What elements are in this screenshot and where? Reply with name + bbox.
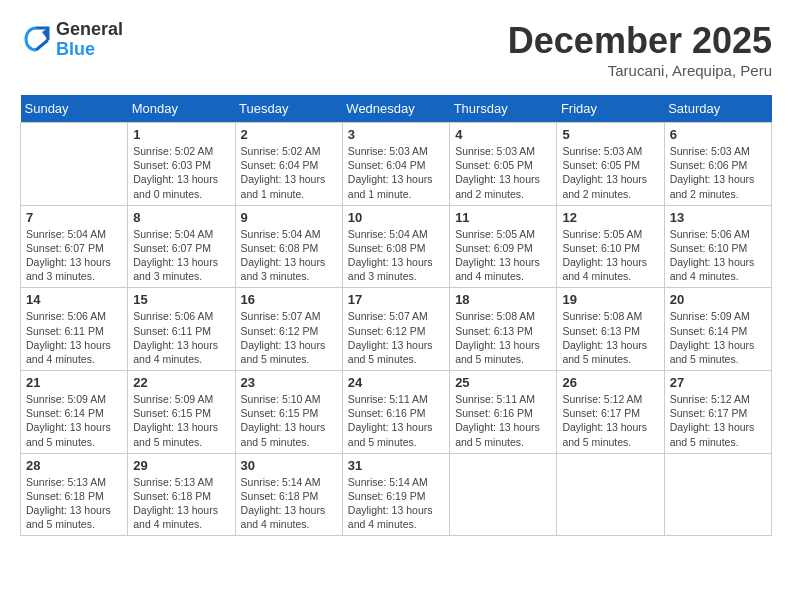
day-number: 13 [670, 210, 766, 225]
calendar-week-4: 21Sunrise: 5:09 AMSunset: 6:14 PMDayligh… [21, 371, 772, 454]
day-info: Sunrise: 5:05 AMSunset: 6:09 PMDaylight:… [455, 227, 551, 284]
calendar-cell: 1Sunrise: 5:02 AMSunset: 6:03 PMDaylight… [128, 123, 235, 206]
day-number: 17 [348, 292, 444, 307]
calendar-cell: 17Sunrise: 5:07 AMSunset: 6:12 PMDayligh… [342, 288, 449, 371]
day-info: Sunrise: 5:04 AMSunset: 6:07 PMDaylight:… [26, 227, 122, 284]
day-info: Sunrise: 5:08 AMSunset: 6:13 PMDaylight:… [455, 309, 551, 366]
calendar-cell: 23Sunrise: 5:10 AMSunset: 6:15 PMDayligh… [235, 371, 342, 454]
day-number: 25 [455, 375, 551, 390]
logo-icon [20, 24, 52, 56]
day-number: 19 [562, 292, 658, 307]
calendar-header-tuesday: Tuesday [235, 95, 342, 123]
calendar-cell: 14Sunrise: 5:06 AMSunset: 6:11 PMDayligh… [21, 288, 128, 371]
day-info: Sunrise: 5:09 AMSunset: 6:15 PMDaylight:… [133, 392, 229, 449]
day-info: Sunrise: 5:12 AMSunset: 6:17 PMDaylight:… [670, 392, 766, 449]
calendar-cell [21, 123, 128, 206]
day-number: 1 [133, 127, 229, 142]
day-info: Sunrise: 5:09 AMSunset: 6:14 PMDaylight:… [670, 309, 766, 366]
calendar-header-friday: Friday [557, 95, 664, 123]
calendar-cell: 26Sunrise: 5:12 AMSunset: 6:17 PMDayligh… [557, 371, 664, 454]
calendar-cell: 4Sunrise: 5:03 AMSunset: 6:05 PMDaylight… [450, 123, 557, 206]
day-info: Sunrise: 5:12 AMSunset: 6:17 PMDaylight:… [562, 392, 658, 449]
day-number: 11 [455, 210, 551, 225]
day-number: 3 [348, 127, 444, 142]
day-info: Sunrise: 5:10 AMSunset: 6:15 PMDaylight:… [241, 392, 337, 449]
calendar-header-sunday: Sunday [21, 95, 128, 123]
calendar-cell: 7Sunrise: 5:04 AMSunset: 6:07 PMDaylight… [21, 205, 128, 288]
calendar-cell [450, 453, 557, 536]
calendar-cell: 28Sunrise: 5:13 AMSunset: 6:18 PMDayligh… [21, 453, 128, 536]
day-info: Sunrise: 5:11 AMSunset: 6:16 PMDaylight:… [348, 392, 444, 449]
day-number: 6 [670, 127, 766, 142]
day-info: Sunrise: 5:06 AMSunset: 6:11 PMDaylight:… [133, 309, 229, 366]
day-number: 4 [455, 127, 551, 142]
calendar-week-2: 7Sunrise: 5:04 AMSunset: 6:07 PMDaylight… [21, 205, 772, 288]
day-number: 8 [133, 210, 229, 225]
day-info: Sunrise: 5:09 AMSunset: 6:14 PMDaylight:… [26, 392, 122, 449]
calendar-cell: 8Sunrise: 5:04 AMSunset: 6:07 PMDaylight… [128, 205, 235, 288]
day-info: Sunrise: 5:07 AMSunset: 6:12 PMDaylight:… [348, 309, 444, 366]
calendar-cell: 29Sunrise: 5:13 AMSunset: 6:18 PMDayligh… [128, 453, 235, 536]
calendar-cell [557, 453, 664, 536]
day-info: Sunrise: 5:03 AMSunset: 6:05 PMDaylight:… [562, 144, 658, 201]
calendar-cell: 2Sunrise: 5:02 AMSunset: 6:04 PMDaylight… [235, 123, 342, 206]
day-info: Sunrise: 5:04 AMSunset: 6:07 PMDaylight:… [133, 227, 229, 284]
day-number: 20 [670, 292, 766, 307]
day-info: Sunrise: 5:13 AMSunset: 6:18 PMDaylight:… [133, 475, 229, 532]
day-info: Sunrise: 5:13 AMSunset: 6:18 PMDaylight:… [26, 475, 122, 532]
day-number: 18 [455, 292, 551, 307]
day-info: Sunrise: 5:03 AMSunset: 6:04 PMDaylight:… [348, 144, 444, 201]
logo-text: General Blue [56, 20, 123, 60]
day-number: 5 [562, 127, 658, 142]
calendar-header-saturday: Saturday [664, 95, 771, 123]
page-header: General Blue December 2025 Tarucani, Are… [20, 20, 772, 79]
title-section: December 2025 Tarucani, Arequipa, Peru [508, 20, 772, 79]
calendar-cell: 20Sunrise: 5:09 AMSunset: 6:14 PMDayligh… [664, 288, 771, 371]
day-info: Sunrise: 5:07 AMSunset: 6:12 PMDaylight:… [241, 309, 337, 366]
calendar-cell: 27Sunrise: 5:12 AMSunset: 6:17 PMDayligh… [664, 371, 771, 454]
day-number: 23 [241, 375, 337, 390]
calendar-cell [664, 453, 771, 536]
calendar-cell: 15Sunrise: 5:06 AMSunset: 6:11 PMDayligh… [128, 288, 235, 371]
calendar-cell: 9Sunrise: 5:04 AMSunset: 6:08 PMDaylight… [235, 205, 342, 288]
day-info: Sunrise: 5:02 AMSunset: 6:03 PMDaylight:… [133, 144, 229, 201]
calendar-header-thursday: Thursday [450, 95, 557, 123]
calendar-week-1: 1Sunrise: 5:02 AMSunset: 6:03 PMDaylight… [21, 123, 772, 206]
day-number: 2 [241, 127, 337, 142]
day-number: 7 [26, 210, 122, 225]
calendar-cell: 18Sunrise: 5:08 AMSunset: 6:13 PMDayligh… [450, 288, 557, 371]
calendar-cell: 3Sunrise: 5:03 AMSunset: 6:04 PMDaylight… [342, 123, 449, 206]
calendar-week-5: 28Sunrise: 5:13 AMSunset: 6:18 PMDayligh… [21, 453, 772, 536]
calendar-cell: 30Sunrise: 5:14 AMSunset: 6:18 PMDayligh… [235, 453, 342, 536]
day-info: Sunrise: 5:05 AMSunset: 6:10 PMDaylight:… [562, 227, 658, 284]
day-number: 31 [348, 458, 444, 473]
calendar-cell: 6Sunrise: 5:03 AMSunset: 6:06 PMDaylight… [664, 123, 771, 206]
calendar-cell: 11Sunrise: 5:05 AMSunset: 6:09 PMDayligh… [450, 205, 557, 288]
day-info: Sunrise: 5:03 AMSunset: 6:06 PMDaylight:… [670, 144, 766, 201]
logo-blue-text: Blue [56, 40, 123, 60]
calendar-cell: 25Sunrise: 5:11 AMSunset: 6:16 PMDayligh… [450, 371, 557, 454]
calendar-cell: 31Sunrise: 5:14 AMSunset: 6:19 PMDayligh… [342, 453, 449, 536]
day-number: 29 [133, 458, 229, 473]
calendar-header-wednesday: Wednesday [342, 95, 449, 123]
day-number: 22 [133, 375, 229, 390]
day-number: 27 [670, 375, 766, 390]
day-number: 12 [562, 210, 658, 225]
day-info: Sunrise: 5:06 AMSunset: 6:11 PMDaylight:… [26, 309, 122, 366]
calendar-header-monday: Monday [128, 95, 235, 123]
day-number: 26 [562, 375, 658, 390]
calendar-cell: 10Sunrise: 5:04 AMSunset: 6:08 PMDayligh… [342, 205, 449, 288]
day-number: 21 [26, 375, 122, 390]
calendar-header-row: SundayMondayTuesdayWednesdayThursdayFrid… [21, 95, 772, 123]
day-info: Sunrise: 5:04 AMSunset: 6:08 PMDaylight:… [241, 227, 337, 284]
month-title: December 2025 [508, 20, 772, 62]
day-number: 16 [241, 292, 337, 307]
calendar-table: SundayMondayTuesdayWednesdayThursdayFrid… [20, 95, 772, 536]
day-info: Sunrise: 5:02 AMSunset: 6:04 PMDaylight:… [241, 144, 337, 201]
day-number: 9 [241, 210, 337, 225]
day-number: 28 [26, 458, 122, 473]
calendar-cell: 13Sunrise: 5:06 AMSunset: 6:10 PMDayligh… [664, 205, 771, 288]
logo: General Blue [20, 20, 123, 60]
day-number: 30 [241, 458, 337, 473]
day-info: Sunrise: 5:06 AMSunset: 6:10 PMDaylight:… [670, 227, 766, 284]
